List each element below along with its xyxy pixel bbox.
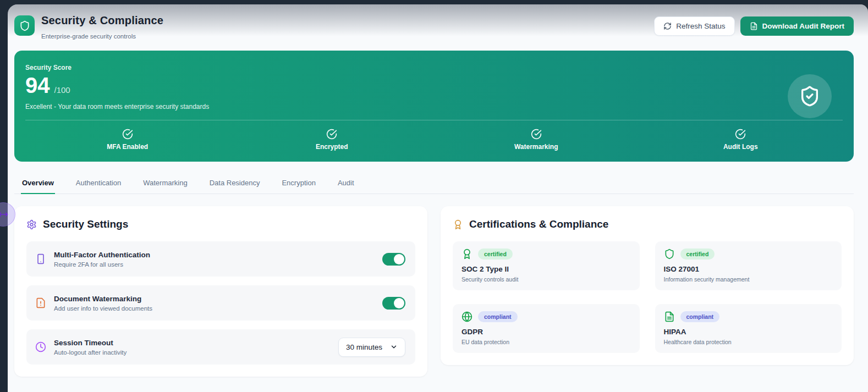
page-title: Security & Compliance (41, 14, 163, 27)
smartphone-icon (35, 253, 46, 264)
file-text-icon (750, 22, 758, 30)
setting-row-watermarking: Document Watermarking Add user info to v… (26, 285, 415, 321)
stat-watermarking: Watermarking (434, 129, 639, 151)
shield-icon (14, 15, 35, 36)
move-horizontal-icon (0, 209, 8, 219)
cert-name: GDPR (462, 328, 631, 336)
score-label: Security Score (25, 64, 843, 71)
score-value: 94 (25, 74, 50, 97)
certifications-title: Certifications & Compliance (469, 218, 608, 230)
stat-audit-logs: Audit Logs (639, 129, 843, 151)
mfa-toggle[interactable] (382, 253, 405, 266)
setting-row-mfa: Multi-Factor Authentication Require 2FA … (26, 241, 415, 277)
tab-encryption[interactable]: Encryption (281, 175, 316, 194)
cert-tile-gdpr: compliant GDPR EU data protection (453, 304, 640, 353)
tab-audit[interactable]: Audit (337, 175, 355, 194)
cert-description: Security controls audit (462, 276, 631, 283)
shield-icon (664, 249, 675, 260)
cert-tile-iso27001: certified ISO 27001 Information security… (655, 241, 842, 290)
score-description: Excellent - Your data room meets enterpr… (25, 103, 843, 111)
page-header: Security & Compliance Enterprise-grade s… (14, 14, 854, 40)
status-badge: certified (680, 249, 715, 260)
cert-name: ISO 27001 (664, 265, 833, 273)
check-circle-icon (735, 129, 746, 140)
security-score-banner: Security Score 94 /100 Excellent - Your … (14, 51, 854, 162)
globe-icon (462, 311, 473, 322)
check-circle-icon (531, 129, 542, 140)
cert-name: SOC 2 Type II (462, 265, 631, 273)
status-badge: certified (478, 249, 513, 260)
cert-tile-soc2: certified SOC 2 Type II Security control… (453, 241, 640, 290)
status-badge: compliant (478, 311, 518, 322)
clock-icon (35, 341, 46, 352)
cert-name: HIPAA (664, 328, 833, 336)
chevron-down-icon (390, 343, 398, 351)
file-warning-icon (35, 297, 46, 308)
security-settings-card: Security Settings Multi-Factor Authentic… (14, 206, 427, 377)
cert-description: Healthcare data protection (664, 339, 833, 345)
cert-description: Information security management (664, 276, 833, 283)
setting-description: Add user info to viewed documents (54, 305, 375, 312)
cert-description: EU data protection (462, 339, 631, 345)
award-icon (462, 249, 473, 260)
page-subtitle: Enterprise-grade security controls (41, 33, 163, 40)
setting-title: Multi-Factor Authentication (54, 251, 375, 259)
setting-title: Document Watermarking (54, 295, 375, 303)
shield-check-icon (788, 74, 832, 118)
status-badge: compliant (680, 311, 720, 322)
security-settings-title: Security Settings (43, 218, 128, 230)
cert-tile-hipaa: compliant HIPAA Healthcare data protecti… (655, 304, 842, 353)
tab-overview[interactable]: Overview (21, 175, 55, 194)
setting-title: Session Timeout (54, 339, 331, 347)
refresh-icon (663, 22, 672, 30)
main-panel: Security & Compliance Enterprise-grade s… (8, 4, 868, 392)
download-audit-report-button[interactable]: Download Audit Report (740, 16, 854, 36)
tab-authentication[interactable]: Authentication (75, 175, 122, 194)
check-circle-icon (122, 129, 133, 140)
file-text-icon (664, 311, 675, 322)
gear-icon (26, 219, 37, 230)
tab-data-residency[interactable]: Data Residency (208, 175, 261, 194)
stat-mfa-enabled: MFA Enabled (25, 129, 230, 151)
watermarking-toggle[interactable] (382, 297, 405, 310)
refresh-status-button[interactable]: Refresh Status (654, 16, 734, 36)
tab-watermarking[interactable]: Watermarking (142, 175, 188, 194)
tab-bar: Overview Authentication Watermarking Dat… (14, 175, 854, 194)
stat-encrypted: Encrypted (230, 129, 435, 151)
setting-row-session-timeout: Session Timeout Auto-logout after inacti… (26, 329, 415, 365)
award-icon (453, 219, 463, 230)
setting-description: Auto-logout after inactivity (54, 349, 331, 356)
setting-description: Require 2FA for all users (54, 261, 375, 268)
session-timeout-select[interactable]: 30 minutes (338, 338, 405, 357)
certifications-card: Certifications & Compliance certified SO… (441, 206, 854, 365)
check-circle-icon (326, 129, 337, 140)
score-max: /100 (54, 85, 70, 95)
